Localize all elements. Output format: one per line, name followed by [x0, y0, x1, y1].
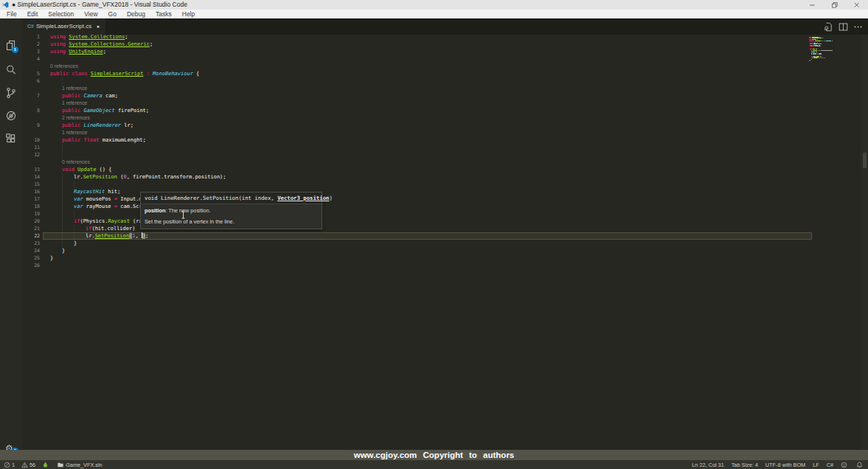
status-errors[interactable]: 1 [4, 462, 15, 468]
code-line-7[interactable]: 7public Camera cam; [22, 92, 868, 100]
editor-actions [821, 21, 865, 32]
menu-tasks[interactable]: Tasks [150, 10, 177, 18]
line-number: 26 [22, 262, 40, 269]
line-number: 23 [22, 240, 40, 247]
window-controls [802, 0, 868, 10]
code-line-6[interactable]: 6 [22, 77, 868, 85]
line-number: 19 [22, 210, 40, 218]
status-feedback[interactable] [841, 462, 849, 468]
menu-go[interactable]: Go [103, 10, 122, 18]
signature-description: Set the position of a vertex in the line… [145, 218, 318, 225]
line-number: 6 [22, 77, 40, 85]
menu-edit[interactable]: Edit [22, 10, 44, 18]
indent-guide [62, 173, 63, 181]
menu-bar: FileEditSelectionViewGoDebugTasksHelp [0, 10, 868, 18]
indent-guide [74, 210, 74, 218]
minimap-line [809, 39, 819, 40]
tab-simplelaserscript[interactable]: C# SimpleLaserScript.cs ● [22, 18, 105, 35]
line-number: 16 [22, 188, 40, 195]
code-editor[interactable]: 1using System.Collections;2using System.… [22, 35, 868, 450]
menu-help[interactable]: Help [177, 10, 200, 18]
vscode-logo-icon [2, 1, 9, 8]
codelens-label[interactable]: 2 references [22, 114, 868, 122]
activity-bar: 1⚙1 [0, 18, 22, 460]
status-bar-right: Ln 22, Col 31Tab Size: 4UTF-8 with BOMLF… [684, 462, 868, 468]
line-number: 4 [22, 55, 40, 63]
indent-guide [62, 151, 63, 159]
code-line-24[interactable]: 24} [22, 247, 868, 254]
window-title: ● SimpleLaserScript.cs - Game_VFX2018 - … [12, 0, 187, 10]
status-notifications[interactable] [856, 462, 864, 468]
line-number: 18 [22, 203, 40, 210]
minimap-line [809, 60, 810, 61]
minimap-line [812, 58, 826, 58]
status-warnings[interactable]: 56 [21, 462, 35, 468]
codelens-label[interactable]: 1 reference [22, 85, 868, 92]
menu-file[interactable]: File [1, 10, 22, 18]
line-number: 17 [22, 195, 40, 203]
code-line-12[interactable]: 12 [22, 151, 868, 159]
minimize-button[interactable] [802, 0, 824, 10]
code-line-5[interactable]: 5public class SimpleLaserScript : MonoBe… [22, 70, 868, 77]
code-line-8[interactable]: 8public GameObject firePoint; [22, 107, 868, 114]
codelens-label[interactable]: 0 references [22, 159, 868, 166]
status-indentation[interactable]: Tab Size: 4 [732, 462, 758, 468]
scrollbar-track[interactable] [861, 35, 868, 450]
code-line-10[interactable]: 10public float maximumLenght; [22, 136, 868, 144]
activity-extensions-icon[interactable] [5, 133, 17, 145]
indent-guide [62, 144, 63, 151]
file-search-icon[interactable] [821, 21, 836, 32]
code-line-11[interactable]: 11 [22, 144, 868, 151]
minimap[interactable] [809, 37, 859, 69]
menu-selection[interactable]: Selection [43, 10, 79, 18]
activity-search-icon[interactable] [5, 64, 17, 76]
code-line-15[interactable]: 15 [22, 181, 868, 188]
code-line-1[interactable]: 1using System.Collections; [22, 35, 868, 41]
indent-guide [62, 210, 63, 218]
line-number: 15 [22, 181, 40, 188]
scrollbar-thumb[interactable] [863, 153, 867, 168]
close-button[interactable] [846, 0, 868, 10]
activity-debug-icon[interactable] [5, 110, 17, 122]
status-bar-left: 156Game_VFX.sln [0, 461, 109, 468]
split-editor-icon[interactable] [836, 21, 850, 32]
line-number: 12 [22, 151, 40, 159]
menu-view[interactable]: View [79, 10, 103, 18]
line-number: 9 [22, 122, 40, 129]
status-cursor-position[interactable]: Ln 22, Col 31 [692, 462, 723, 468]
code-line-2[interactable]: 2using System.Collections.Generic; [22, 41, 868, 48]
indent-guide [62, 225, 63, 232]
activity-source-control-icon[interactable] [5, 87, 17, 99]
menu-debug[interactable]: Debug [122, 10, 150, 18]
tab-label: SimpleLaserScript.cs [36, 18, 91, 35]
more-actions-icon[interactable] [850, 21, 865, 32]
codelens-label[interactable]: 1 reference [22, 129, 868, 136]
code-line-26[interactable]: 26 [22, 262, 868, 269]
code-line-13[interactable]: 13void Update () { [22, 166, 868, 173]
code-line-22[interactable]: 22lr.SetPosition(1, ); [22, 232, 868, 240]
code-line-4[interactable]: 4 [22, 55, 868, 63]
code-line-3[interactable]: 3using UnityEngine; [22, 48, 868, 55]
line-number: 25 [22, 254, 40, 262]
indent-guide [62, 77, 63, 85]
line-number: 8 [22, 107, 40, 114]
indent-guide [74, 232, 74, 240]
status-encoding[interactable]: UTF-8 with BOM [765, 462, 805, 468]
status-project[interactable]: Game_VFX.sln [57, 462, 102, 468]
code-line-25[interactable]: 25} [22, 254, 868, 262]
codelens-label[interactable]: 0 references [22, 63, 868, 70]
activity-explorer-icon[interactable]: 1 [5, 40, 17, 52]
indent-guide [62, 240, 63, 247]
code-line-23[interactable]: 23} [22, 240, 868, 247]
status-language-mode[interactable]: C# [827, 462, 833, 468]
status-eol[interactable]: LF [813, 462, 819, 468]
codelens-label[interactable]: 1 reference [22, 100, 868, 107]
status-flame[interactable] [42, 461, 50, 468]
code-line-14[interactable]: 14lr.SetPosition (0, firePoint.transform… [22, 173, 868, 181]
vscode-window: ● SimpleLaserScript.cs - Game_VFX2018 - … [0, 0, 868, 469]
csharp-file-icon: C# [27, 18, 34, 35]
minimap-line [811, 54, 823, 55]
restore-button[interactable] [824, 0, 846, 10]
code-line-9[interactable]: 9public LineRenderer lr; [22, 122, 868, 129]
minimap-line [809, 41, 833, 41]
